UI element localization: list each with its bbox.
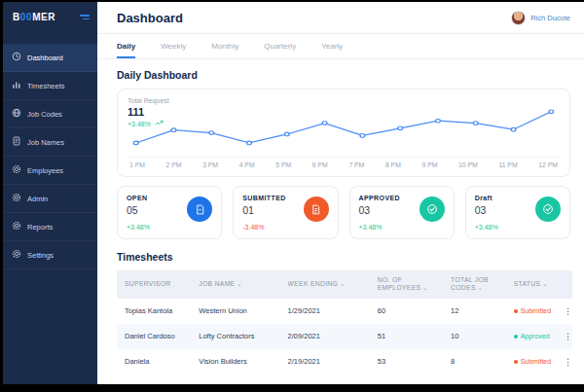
menu-toggle-icon[interactable]	[80, 15, 90, 19]
sidebar-item-label: Dashboard	[27, 53, 63, 62]
x-tick-label: 5 PM	[275, 161, 291, 168]
avatar	[511, 11, 526, 25]
tab-quarterly[interactable]: Quarterly	[264, 42, 296, 58]
cell-no-of-employees: 51	[370, 332, 443, 340]
topbar: Dashboard Rich Ducote	[97, 2, 584, 34]
status-dot	[514, 335, 518, 339]
sidebar-item-employees[interactable]: Employees	[3, 157, 97, 185]
col-week-ending[interactable]: WEEK ENDING⌄	[280, 280, 370, 289]
sidebar-nav: Dashboard Timesheets Job Codes Job Names…	[3, 44, 97, 269]
sidebar-item-label: Employees	[27, 166, 63, 175]
content: Daily Dashboard Total Request 111 +3.48%…	[97, 59, 584, 384]
cell-supervisor: Daniel Cardoso	[117, 332, 191, 340]
trend-up-icon	[155, 120, 164, 127]
tab-weekly[interactable]: Weekly	[161, 42, 186, 58]
x-tick-label: 9 PM	[422, 161, 438, 168]
card-approved[interactable]: APPROVED 03 +3.48%	[349, 186, 455, 239]
app-logo: B00MER	[13, 12, 55, 22]
card-draft[interactable]: Draft 03 +3.48%	[465, 186, 570, 239]
cell-job-name: Western Union	[191, 306, 279, 315]
cell-no-of-employees: 53	[370, 357, 443, 366]
sidebar-item-timesheets[interactable]: Timesheets	[3, 72, 97, 100]
cell-total-job-codes: 12	[443, 306, 506, 315]
cell-week-ending: 2/09/2021	[280, 332, 370, 340]
status-badge: Approved	[506, 333, 556, 339]
status-badge: Submitted	[506, 358, 556, 365]
row-actions-kebab-icon[interactable]: ⋮	[556, 332, 572, 341]
timesheets-table: SUPERVISOR JOB NAME⌄ WEEK ENDING⌄ NO. OF…	[117, 270, 572, 374]
col-total-job-codes[interactable]: TOTAL JOB CODES⌄	[443, 276, 506, 293]
row-actions-kebab-icon[interactable]: ⋮	[556, 306, 572, 316]
chevron-down-icon: ⌄	[422, 285, 427, 291]
total-request-chart-card: Total Request 111 +3.48% 1 PM2 PM3 PM4 P…	[117, 89, 570, 177]
file-icon	[187, 196, 212, 222]
app-window: B00MER Dashboard Timesheets Job Codes Jo…	[3, 2, 584, 384]
sidebar-item-label: Job Names	[27, 138, 64, 147]
x-tick-label: 6 PM	[312, 161, 328, 168]
sidebar-item-settings[interactable]: Settings	[3, 241, 97, 269]
sidebar-item-label: Admin	[27, 195, 48, 203]
col-job-name[interactable]: JOB NAME⌄	[191, 280, 279, 289]
x-tick-label: 12 PM	[538, 161, 558, 168]
check-circle-icon	[420, 196, 445, 222]
sidebar-item-job-codes[interactable]: Job Codes	[3, 100, 97, 128]
stat-cards: OPEN 05 +3.48% SUBMITTED 01 -3.48%	[117, 186, 570, 239]
main-area: Dashboard Rich Ducote Daily Weekly Month…	[97, 2, 584, 384]
cell-job-name: Vision Builders	[191, 357, 279, 366]
table-row[interactable]: Topias Kantola Western Union 1/29/2021 6…	[117, 299, 572, 324]
sidebar-item-label: Reports	[27, 223, 53, 232]
cell-supervisor: Topias Kantola	[117, 306, 191, 315]
sidebar-item-label: Timesheets	[27, 82, 65, 90]
chart-x-axis: 1 PM2 PM3 PM4 PM5 PM6 PM7 PM8 PM9 PM10 P…	[128, 157, 560, 170]
chevron-down-icon: ⌄	[542, 281, 547, 287]
chevron-down-icon: ⌄	[478, 285, 483, 291]
cell-week-ending: 1/29/2021	[280, 306, 370, 315]
col-no-of-employees[interactable]: NO. OF EMPLOYEES⌄	[370, 276, 443, 293]
table-row[interactable]: Daniel Cardoso Lofty Contractors 2/09/20…	[117, 324, 572, 349]
x-tick-label: 1 PM	[129, 161, 145, 168]
cell-supervisor: Daniela	[117, 357, 191, 366]
timesheets-icon	[12, 80, 21, 91]
card-change: +3.48%	[475, 224, 561, 231]
card-open[interactable]: OPEN 05 +3.48%	[117, 186, 222, 239]
table-header-row: SUPERVISOR JOB NAME⌄ WEEK ENDING⌄ NO. OF…	[117, 270, 572, 299]
x-tick-label: 3 PM	[202, 161, 218, 168]
status-dot	[514, 309, 518, 313]
cell-total-job-codes: 8	[443, 357, 506, 366]
status-badge: Submitted	[506, 307, 556, 314]
sidebar-item-reports[interactable]: Reports	[3, 213, 97, 241]
card-change: +3.48%	[359, 224, 445, 231]
x-tick-label: 2 PM	[166, 161, 182, 168]
tab-daily[interactable]: Daily	[117, 42, 135, 58]
section-title: Daily Dashboard	[117, 69, 576, 81]
cell-week-ending: 2/19/2021	[280, 357, 370, 366]
globe-icon	[12, 108, 21, 120]
page-title: Dashboard	[117, 11, 183, 25]
status-dot	[514, 360, 518, 364]
tab-monthly[interactable]: Monthly	[211, 42, 238, 58]
x-tick-label: 8 PM	[385, 161, 401, 168]
tab-yearly[interactable]: Yearly	[321, 42, 343, 58]
timesheets-title: Timesheets	[117, 251, 576, 263]
sidebar-item-job-names[interactable]: Job Names	[3, 128, 97, 157]
sidebar-item-dashboard[interactable]: Dashboard	[3, 44, 97, 72]
dashboard-icon	[12, 52, 21, 63]
sidebar: B00MER Dashboard Timesheets Job Codes Jo…	[3, 2, 97, 384]
table-row[interactable]: Daniela Vision Builders 2/19/2021 53 8 S…	[117, 349, 572, 374]
document-icon	[12, 136, 21, 148]
row-actions-kebab-icon[interactable]: ⋮	[556, 357, 572, 367]
card-change: -3.48%	[242, 224, 328, 231]
gear-icon	[12, 221, 21, 232]
x-tick-label: 11 PM	[498, 161, 517, 168]
x-tick-label: 4 PM	[239, 161, 255, 168]
col-supervisor[interactable]: SUPERVISOR	[117, 280, 191, 288]
sidebar-item-admin[interactable]: Admin	[3, 185, 97, 213]
cell-no-of-employees: 60	[370, 306, 443, 315]
card-change: +3.48%	[127, 224, 212, 231]
user-menu[interactable]: Rich Ducote	[511, 11, 570, 25]
col-status[interactable]: STATUS⌄	[506, 280, 556, 289]
sidebar-item-label: Job Codes	[27, 110, 62, 119]
x-tick-label: 7 PM	[348, 161, 364, 168]
card-submitted[interactable]: SUBMITTED 01 -3.48%	[233, 186, 338, 239]
user-name: Rich Ducote	[530, 14, 570, 22]
